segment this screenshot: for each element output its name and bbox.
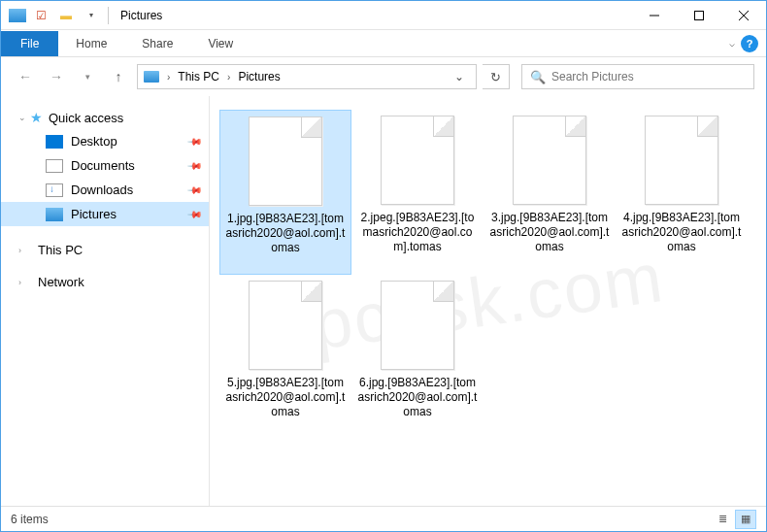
svg-rect-1 [695,11,704,19]
sidebar-item-label: Downloads [71,183,133,197]
location-icon [144,71,159,83]
search-placeholder: Search Pictures [551,70,634,83]
this-pc[interactable]: › This PC [1,238,209,262]
file-item[interactable]: 4.jpg.[9B83AE23].[tomasrich2020@aol.com]… [616,110,748,275]
file-item[interactable]: 3.jpg.[9B83AE23].[tomasrich2020@aol.com]… [484,110,616,275]
details-view-button[interactable]: ≣ [712,510,733,529]
close-button[interactable] [721,1,766,30]
quick-access-toolbar: ☑ ▬ ▾ [9,5,102,26]
address-dropdown-icon[interactable]: ⌄ [449,70,470,83]
file-item[interactable]: 1.jpg.[9B83AE23].[tomasrich2020@aol.com]… [219,110,351,275]
pin-icon: 📌 [187,182,203,197]
crumb-pictures[interactable]: Pictures [234,67,283,86]
sidebar-item-label: Desktop [71,134,117,149]
this-pc-label: This PC [38,243,83,257]
file-item[interactable]: 6.jpg.[9B83AE23].[tomasrich2020@aol.com]… [351,275,484,440]
sidebar-item-documents[interactable]: Documents📌 [1,153,209,178]
file-name: 4.jpg.[9B83AE23].[tomasrich2020@aol.com]… [617,211,746,254]
file-name: 1.jpg.[9B83AE23].[tomasrich2020@aol.com]… [222,212,349,255]
collapse-ribbon-icon[interactable]: ⌵ [729,38,735,49]
tab-share[interactable]: Share [124,31,190,56]
file-name: 3.jpg.[9B83AE23].[tomasrich2020@aol.com]… [485,211,614,254]
network[interactable]: › Network [1,270,209,294]
quick-access-header[interactable]: ⌄ ★ Quick access [1,106,209,129]
refresh-button[interactable]: ↻ [483,64,510,89]
file-name: 2.jpeg.[9B83AE23].[tomasrich2020@aol.com… [353,211,482,254]
title-bar: ☑ ▬ ▾ Pictures [1,1,766,30]
qat-dropdown-icon[interactable]: ▾ [81,5,102,26]
status-bar: 6 items ≣ ▦ [1,506,766,531]
properties-icon[interactable]: ☑ [30,5,51,26]
docs-icon [46,159,63,173]
file-thumbnail [249,116,322,206]
file-thumbnail [381,116,454,205]
quick-access-label: Quick access [49,111,123,125]
crumb-this-pc[interactable]: This PC [174,67,223,86]
crumb-chevron-icon[interactable]: › [225,72,232,83]
file-thumbnail [249,281,322,370]
pin-icon: 📌 [187,133,203,149]
minimize-button[interactable] [632,1,677,30]
back-button[interactable]: ← [13,64,38,89]
sidebar-item-downloads[interactable]: Downloads📌 [1,178,209,202]
search-input[interactable]: 🔍 Search Pictures [521,64,754,89]
maximize-button[interactable] [677,1,721,30]
pin-icon: 📌 [187,206,203,221]
ribbon: File Home Share View ⌵ ? [1,30,766,57]
crumb-chevron-icon[interactable]: › [165,72,172,83]
navigation-pane: ⌄ ★ Quick access Desktop📌Documents📌Downl… [1,96,210,506]
forward-button[interactable]: → [44,64,69,89]
window-title: Pictures [120,9,162,22]
file-thumbnail [513,116,586,205]
file-thumbnail [381,281,454,370]
pics-icon [46,208,63,221]
up-button[interactable]: ↑ [106,64,131,89]
sidebar-item-label: Pictures [71,207,117,221]
sidebar-item-label: Documents [71,158,135,173]
pin-icon: 📌 [187,157,203,173]
expand-icon[interactable]: ⌄ [18,113,30,122]
window-controls [632,1,766,30]
file-name: 5.jpg.[9B83AE23].[tomasrich2020@aol.com]… [221,376,350,419]
file-item[interactable]: 2.jpeg.[9B83AE23].[tomasrich2020@aol.com… [351,110,484,275]
tab-home[interactable]: Home [58,31,124,56]
tab-view[interactable]: View [190,31,250,56]
down-icon [46,183,63,197]
star-icon: ★ [30,110,43,125]
new-folder-icon[interactable]: ▬ [55,5,77,26]
desktop-icon [46,135,63,149]
file-thumbnail [645,116,718,205]
breadcrumb[interactable]: › This PC › Pictures ⌄ [137,64,477,89]
address-bar: ← → ▾ ↑ › This PC › Pictures ⌄ ↻ 🔍 Searc… [1,57,766,96]
network-label: Network [38,275,84,289]
recent-locations-icon[interactable]: ▾ [75,64,100,89]
file-tab[interactable]: File [1,31,58,56]
file-name: 6.jpg.[9B83AE23].[tomasrich2020@aol.com]… [353,376,482,419]
app-icon [9,9,26,22]
file-item[interactable]: 5.jpg.[9B83AE23].[tomasrich2020@aol.com]… [219,275,351,440]
help-icon[interactable]: ? [741,35,758,52]
expand-icon[interactable]: › [18,246,30,255]
ribbon-help: ⌵ ? [729,35,758,52]
sidebar-item-desktop[interactable]: Desktop📌 [1,129,209,153]
item-count: 6 items [11,513,49,526]
expand-icon[interactable]: › [18,278,30,287]
file-list[interactable]: pcrisk.com 1.jpg.[9B83AE23].[tomasrich20… [210,96,766,506]
search-icon: 🔍 [530,70,546,84]
sidebar-item-pictures[interactable]: Pictures📌 [1,202,209,226]
thumbnails-view-button[interactable]: ▦ [735,510,756,529]
separator [108,7,109,24]
